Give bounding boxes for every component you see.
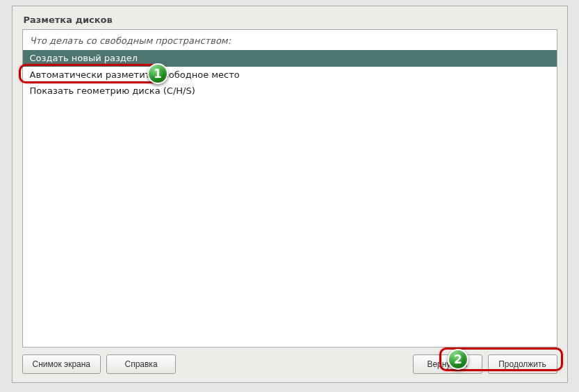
option-label: Автоматически разметить свободное место xyxy=(30,70,240,80)
spacer xyxy=(181,354,407,374)
partition-window: Разметка дисков Что делать со свободным … xyxy=(12,6,568,383)
prompt-text: Что делать со свободным пространством: xyxy=(23,30,557,50)
annotation-badge-1: 1 xyxy=(147,63,168,84)
window-title: Разметка дисков xyxy=(13,6,567,29)
option-show-geometry[interactable]: Показать геометрию диска (C/H/S) xyxy=(23,83,557,99)
button-bar: Снимок экрана Справка Вернуться Продолжи… xyxy=(13,348,567,382)
content-frame: Что делать со свободным пространством: С… xyxy=(22,29,557,348)
option-auto-partition[interactable]: Автоматически разметить свободное место xyxy=(23,67,557,83)
option-label: Создать новый раздел xyxy=(30,53,138,63)
screenshot-button[interactable]: Снимок экрана xyxy=(22,354,101,374)
option-list: Создать новый раздел Автоматически разме… xyxy=(23,50,557,99)
help-button[interactable]: Справка xyxy=(106,354,176,374)
annotation-badge-2: 2 xyxy=(448,349,468,370)
continue-button[interactable]: Продолжить xyxy=(488,354,557,374)
option-create-new-partition[interactable]: Создать новый раздел xyxy=(23,50,557,67)
option-label: Показать геометрию диска (C/H/S) xyxy=(30,85,195,96)
